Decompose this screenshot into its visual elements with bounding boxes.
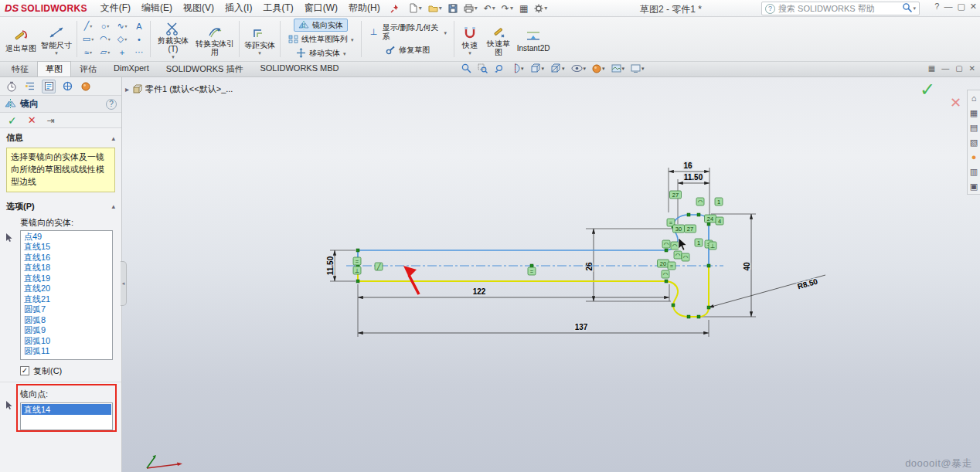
- entity-item[interactable]: 直线18: [22, 263, 111, 273]
- section-view-icon[interactable]: ▾: [509, 63, 526, 73]
- line-tool-icon[interactable]: ╱▾: [80, 21, 97, 31]
- sketch-relation-badge[interactable]: ╱: [375, 263, 383, 270]
- entity-item[interactable]: 圆弧10: [22, 336, 111, 347]
- help-search-box[interactable]: ? 搜索 SOLIDWORKS 帮助 ▾: [761, 2, 920, 15]
- entity-item[interactable]: 直线16: [22, 253, 111, 263]
- view-settings-icon[interactable]: ▾: [629, 64, 646, 73]
- quick-snaps-button[interactable]: 快速 ▾: [457, 22, 483, 56]
- sketch-relation-badge[interactable]: =: [528, 267, 536, 275]
- sketch-endpoint[interactable]: [707, 222, 710, 226]
- sketch-relation-badge[interactable]: 24: [705, 215, 716, 222]
- app-help-icon[interactable]: ?: [934, 2, 939, 12]
- sketch-endpoint[interactable]: [356, 280, 359, 283]
- mirror-about-selection-box[interactable]: 直线14: [20, 402, 113, 430]
- entity-item[interactable]: 直线21: [22, 294, 111, 305]
- tab-mbd[interactable]: SOLIDWORKS MBD: [251, 61, 347, 76]
- mirror-entities-button[interactable]: 镜向实体: [294, 19, 348, 32]
- entity-item[interactable]: 圆弧7: [22, 304, 111, 315]
- search-icon[interactable]: [902, 2, 913, 15]
- zoom-area-icon[interactable]: [476, 63, 489, 73]
- minimize-icon[interactable]: —: [944, 2, 952, 12]
- menu-edit[interactable]: 编辑(E): [136, 0, 178, 16]
- dimxpert-tab-icon[interactable]: [79, 80, 93, 93]
- dim-text-26[interactable]: 26: [585, 262, 594, 271]
- mirror-about-selected-item[interactable]: 直线14: [22, 404, 111, 415]
- display-style-icon[interactable]: ▾: [549, 63, 567, 73]
- menu-tools[interactable]: 工具(T): [257, 0, 298, 16]
- sketch-relation-badge[interactable]: 1: [715, 198, 723, 205]
- confirm-ok-icon[interactable]: ✓: [920, 79, 935, 100]
- plane-tool-icon[interactable]: +: [114, 48, 131, 57]
- sketch-endpoint[interactable]: [356, 249, 359, 252]
- dim-text-16[interactable]: 16: [683, 161, 692, 170]
- text-tool-icon[interactable]: A: [131, 22, 148, 31]
- trim-caret-icon[interactable]: ▾: [172, 54, 175, 59]
- sketch-endpoint[interactable]: [672, 304, 675, 307]
- sketch-endpoint[interactable]: [530, 264, 533, 267]
- rapid-sketch-button[interactable]: 快速草图: [483, 21, 514, 57]
- search-caret-icon[interactable]: ▾: [913, 5, 916, 12]
- dim-text-radius[interactable]: R8.50: [797, 277, 819, 290]
- doc-minimize-icon[interactable]: —: [941, 64, 949, 73]
- display-relations-button[interactable]: ⊥ 显示/删除几何关系 ▾: [364, 22, 452, 42]
- keep-visible-pin-icon[interactable]: ⇥: [47, 115, 55, 126]
- sketch-endpoint[interactable]: [707, 264, 710, 267]
- sketch-endpoint[interactable]: [665, 280, 668, 283]
- history-tab-icon[interactable]: [5, 80, 19, 93]
- exit-sketch-button[interactable]: 退出草图: [3, 25, 39, 53]
- sketch-endpoint[interactable]: [707, 306, 710, 309]
- instant2d-button[interactable]: Instant2D: [514, 25, 553, 53]
- arc-tool-icon[interactable]: ◠▾: [97, 34, 114, 44]
- tab-dimxpert[interactable]: DimXpert: [105, 61, 158, 76]
- offset-entities-button[interactable]: 等距实体 ▾: [242, 22, 277, 56]
- zoom-fit-icon[interactable]: [460, 63, 473, 73]
- dim-text-122[interactable]: 122: [473, 287, 486, 296]
- save-icon[interactable]: [446, 3, 460, 14]
- edit-appearance-icon[interactable]: ▾: [590, 64, 607, 73]
- move-entities-caret-icon[interactable]: ▾: [343, 51, 346, 56]
- entity-item[interactable]: 圆弧9: [22, 325, 111, 336]
- spline-tool-icon[interactable]: ∿▾: [114, 21, 131, 31]
- panel-help-icon[interactable]: ?: [106, 99, 117, 110]
- print-icon[interactable]: ▾: [461, 3, 480, 14]
- sketch-relation-badge[interactable]: ◠: [696, 198, 704, 205]
- sketch-relation-badge[interactable]: ◠: [671, 242, 679, 250]
- more-tools-icon[interactable]: ⋯: [131, 47, 148, 57]
- point-tool-icon[interactable]: •: [131, 35, 148, 44]
- ok-button[interactable]: ✓: [8, 114, 17, 127]
- graphics-viewport[interactable]: 122 137 16 11.50 26 40 11.50 R8.50: [122, 77, 980, 472]
- property-manager-tab-icon[interactable]: [42, 80, 56, 93]
- ellipse-tool-icon[interactable]: ≈▾: [80, 48, 97, 57]
- feature-tree-tab-icon[interactable]: [23, 80, 37, 93]
- home-tab-icon[interactable]: ⌂: [968, 92, 980, 104]
- undo-icon[interactable]: ↶▾: [481, 3, 498, 14]
- menu-window[interactable]: 窗口(W): [299, 0, 343, 16]
- tab-addins[interactable]: SOLIDWORKS 插件: [158, 61, 252, 76]
- tab-features[interactable]: 特征: [3, 61, 37, 76]
- display-relations-caret-icon[interactable]: ▾: [444, 30, 447, 36]
- smart-dimension-caret-icon[interactable]: ▾: [55, 50, 58, 56]
- dim-text-137[interactable]: 137: [575, 323, 588, 331]
- configurations-tab-icon[interactable]: [60, 80, 74, 93]
- sketch-relation-badge[interactable]: ◠: [682, 253, 689, 261]
- sketch-relation-badge[interactable]: ⊥: [353, 267, 361, 274]
- maximize-icon[interactable]: ▢: [957, 2, 965, 12]
- custom-properties-icon[interactable]: ▥: [968, 165, 980, 178]
- confirm-cancel-icon[interactable]: ✕: [950, 94, 961, 111]
- trim-entities-button[interactable]: 剪裁实体(T) ▾: [153, 18, 193, 60]
- close-icon[interactable]: ✕: [970, 2, 977, 12]
- menu-file[interactable]: 文件(F): [95, 0, 136, 16]
- dim-text-40[interactable]: 40: [743, 262, 751, 271]
- sketch-relation-badge[interactable]: 27: [670, 191, 682, 199]
- appearances-scenes-icon[interactable]: ●: [968, 151, 980, 163]
- sketch-relation-badge[interactable]: 20: [658, 260, 669, 267]
- copy-checkbox[interactable]: ✓: [20, 366, 29, 375]
- menu-insert[interactable]: 插入(I): [219, 0, 257, 16]
- smart-dimension-button[interactable]: 智能尺寸 ▾: [39, 22, 74, 56]
- sketch-relation-badge[interactable]: ⊥: [709, 242, 716, 250]
- sketch-endpoint[interactable]: [697, 315, 700, 318]
- sketch-relation-badge[interactable]: 4: [716, 217, 723, 225]
- cancel-button[interactable]: ✕: [28, 114, 36, 126]
- sketch-relation-badge[interactable]: ◠: [662, 270, 669, 278]
- panel-splitter-handle[interactable]: ◂: [121, 261, 127, 306]
